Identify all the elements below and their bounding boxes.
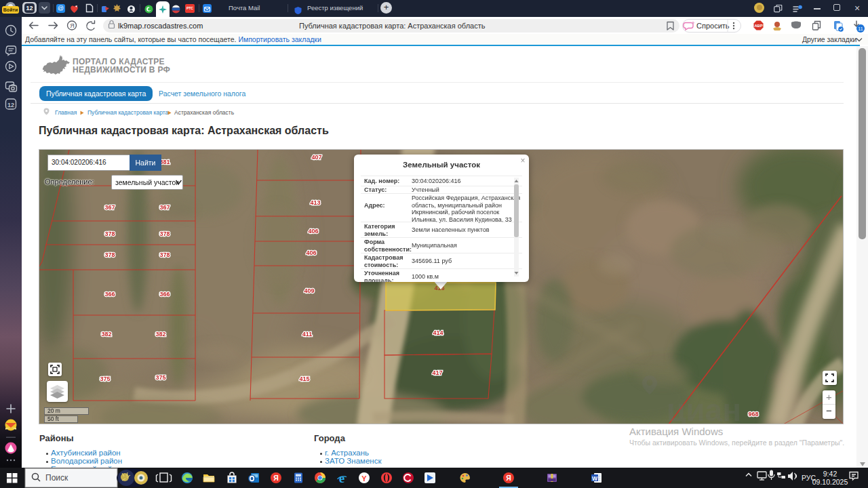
svg-text:407: 407	[311, 154, 321, 161]
svg-text:циан: циан	[667, 392, 741, 424]
svg-text:414: 414	[433, 329, 443, 336]
svg-text:366: 366	[104, 291, 115, 298]
svg-text:Y: Y	[361, 474, 367, 483]
svg-text:378: 378	[159, 230, 170, 237]
svg-text:375: 375	[155, 374, 165, 381]
svg-text:411: 411	[302, 331, 313, 338]
svg-text:382: 382	[101, 331, 111, 338]
svg-text:366: 366	[159, 291, 170, 298]
svg-text:Спросить: Спросить	[696, 22, 730, 30]
svg-text:Поиск: Поиск	[45, 473, 68, 483]
svg-text:378: 378	[159, 251, 170, 258]
svg-text:413: 413	[310, 199, 320, 206]
svg-text:367: 367	[104, 204, 115, 211]
svg-text:09.10.2025: 09.10.2025	[812, 478, 848, 486]
svg-text:Я: Я	[273, 474, 279, 482]
svg-text:e: e	[339, 471, 344, 485]
svg-text:382: 382	[155, 331, 165, 338]
svg-text:378: 378	[104, 230, 115, 237]
svg-text:378: 378	[104, 251, 115, 258]
svg-text:Я: Я	[70, 22, 75, 29]
svg-text:406: 406	[308, 228, 318, 235]
svg-text:Публичная кадастровая карта: А: Публичная кадастровая карта: Астраханска…	[299, 22, 486, 30]
svg-text:417: 417	[432, 369, 442, 376]
svg-text:375: 375	[100, 375, 110, 382]
svg-text:12: 12	[7, 102, 14, 108]
svg-text:367: 367	[159, 204, 170, 211]
svg-text:ABP: ABP	[754, 24, 762, 28]
svg-text:406: 406	[306, 249, 316, 256]
svg-text:lk9map.roscadastres.com: lk9map.roscadastres.com	[118, 22, 203, 30]
svg-text:409: 409	[304, 287, 314, 294]
svg-text:11: 11	[858, 26, 863, 31]
svg-text:Я: Я	[506, 474, 511, 482]
svg-text:9:42: 9:42	[823, 470, 837, 478]
svg-text:W: W	[592, 475, 598, 482]
svg-text:415: 415	[299, 375, 309, 382]
svg-text:968: 968	[748, 411, 758, 418]
